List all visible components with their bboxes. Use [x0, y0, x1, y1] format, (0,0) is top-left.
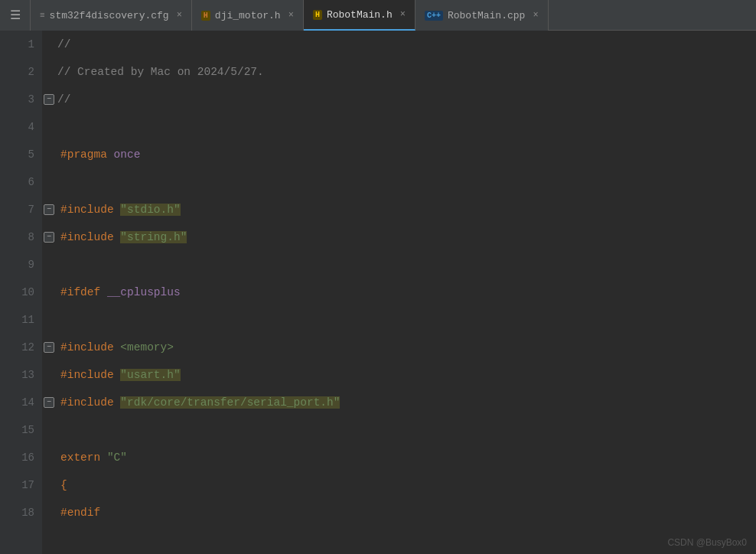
code-line-18: #endif [57, 499, 756, 526]
tab-close-dji_motor[interactable]: × [288, 10, 294, 21]
code-content-14: #include "rdk/core/transfer/serial_port.… [60, 389, 340, 416]
code-content-16: extern "C" [60, 444, 127, 471]
code-line-16: extern "C" [57, 444, 756, 471]
code-line-13: #include "usart.h" [57, 361, 756, 389]
tab-close-RobotMain_h[interactable]: × [400, 9, 406, 20]
line-number-11: 11 [0, 306, 34, 334]
line-number-16: 16 [0, 444, 34, 471]
code-line-4 [57, 113, 756, 141]
code-area[interactable]: //// Created by Mac on 2024/5/27.−//#pra… [42, 31, 756, 554]
line-number-9: 9 [0, 251, 34, 279]
tab-dji_motor[interactable]: Hdji_motor.h× [192, 0, 304, 31]
editor-area: 123456789101112131415161718 //// Created… [0, 31, 756, 554]
line-number-2: 2 [0, 58, 34, 86]
code-line-2: // Created by Mac on 2024/5/27. [57, 58, 756, 86]
line-number-10: 10 [0, 279, 34, 306]
tab-icon-stm32f4discovery: ≡ [40, 11, 45, 20]
code-line-7: −#include "stdio.h" [57, 196, 756, 223]
line-number-14: 14 [0, 389, 34, 416]
code-line-6 [57, 168, 756, 196]
code-content-3: // [57, 86, 70, 113]
line-number-12: 12 [0, 334, 34, 361]
line-number-3: 3 [0, 86, 34, 113]
line-number-13: 13 [0, 361, 34, 389]
tab-RobotMain_cpp[interactable]: C++RobotMain.cpp× [415, 0, 549, 31]
code-line-9 [57, 251, 756, 279]
line-number-18: 18 [0, 499, 34, 526]
tab-bar: ☰ ≡stm32f4discovery.cfg×Hdji_motor.h×HRo… [0, 0, 756, 31]
code-line-3: −// [57, 86, 756, 113]
tab-label-stm32f4discovery: stm32f4discovery.cfg [50, 10, 169, 21]
tab-icon-RobotMain_cpp: C++ [425, 11, 443, 21]
code-content-1: // [57, 31, 70, 58]
sidebar-toggle-button[interactable]: ☰ [0, 0, 31, 31]
code-line-5: #pragma once [57, 141, 756, 168]
code-content-7: #include "stdio.h" [60, 196, 181, 223]
line-numbers: 123456789101112131415161718 [0, 31, 42, 554]
fold-marker-14[interactable]: − [44, 397, 54, 408]
code-line-15 [57, 416, 756, 444]
code-line-11 [57, 306, 756, 334]
tab-close-stm32f4discovery[interactable]: × [177, 10, 182, 21]
line-number-5: 5 [0, 141, 34, 168]
code-content-10: #ifdef __cplusplus [60, 279, 181, 306]
line-number-6: 6 [0, 168, 34, 196]
line-number-4: 4 [0, 113, 34, 141]
line-number-15: 15 [0, 416, 34, 444]
code-line-1: // [57, 31, 756, 58]
code-line-12: −#include <memory> [57, 334, 756, 361]
code-content-2: // Created by Mac on 2024/5/27. [57, 58, 264, 86]
line-number-8: 8 [0, 223, 34, 251]
code-content-18: #endif [60, 499, 100, 526]
code-line-8: −#include "string.h" [57, 223, 756, 251]
tab-RobotMain_h[interactable]: HRobotMain.h× [304, 0, 415, 31]
tab-label-RobotMain_h: RobotMain.h [327, 9, 393, 21]
fold-marker-8[interactable]: − [44, 232, 54, 243]
code-line-10: #ifdef __cplusplus [57, 279, 756, 306]
code-line-14: −#include "rdk/core/transfer/serial_port… [57, 389, 756, 416]
code-content-13: #include "usart.h" [60, 361, 181, 389]
code-content-5: #pragma once [60, 141, 140, 168]
code-content-17: { [60, 471, 67, 499]
line-number-7: 7 [0, 196, 34, 223]
fold-marker-12[interactable]: − [44, 342, 54, 353]
tab-label-RobotMain_cpp: RobotMain.cpp [448, 10, 525, 21]
sidebar-toggle-icon: ☰ [10, 8, 21, 23]
fold-marker-7[interactable]: − [44, 204, 54, 215]
tab-label-dji_motor: dji_motor.h [215, 10, 281, 21]
line-number-17: 17 [0, 471, 34, 499]
tab-close-RobotMain_cpp[interactable]: × [533, 10, 538, 21]
code-content-8: #include "string.h" [60, 223, 187, 251]
watermark: CSDN @BusyBox0 [667, 537, 747, 548]
code-line-17: { [57, 471, 756, 499]
tab-icon-RobotMain_h: H [313, 10, 322, 20]
tab-stm32f4discovery[interactable]: ≡stm32f4discovery.cfg× [31, 0, 192, 31]
code-content-12: #include <memory> [60, 334, 174, 361]
fold-marker-3[interactable]: − [44, 94, 54, 105]
line-number-1: 1 [0, 31, 34, 58]
tab-icon-dji_motor: H [201, 11, 210, 21]
